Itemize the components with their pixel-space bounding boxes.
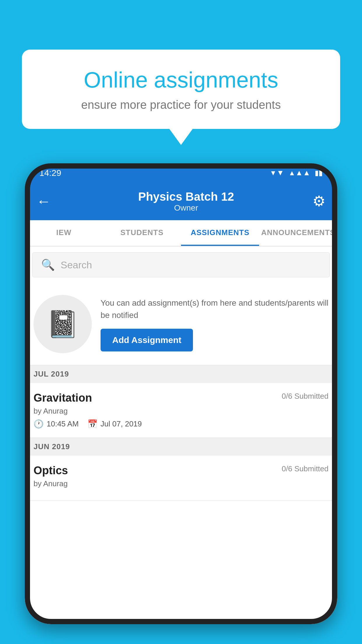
app-bar-title: Physics Batch 12 <box>60 190 312 203</box>
meta-date: 📅 Jul 07, 2019 <box>87 419 142 429</box>
empty-state: 📓 You can add assignment(s) from here an… <box>25 283 337 365</box>
app-bar: ← Physics Batch 12 Owner ⚙ <box>25 182 337 220</box>
signal-icon: ▲▲ <box>289 168 310 177</box>
back-button[interactable]: ← <box>36 193 51 210</box>
status-time: 14:29 <box>39 168 61 178</box>
add-assignment-button[interactable]: Add Assignment <box>101 329 193 351</box>
assignment-item-optics[interactable]: Optics 0/6 Submitted by Anurag <box>25 456 337 501</box>
assignment-by-optics: by Anurag <box>34 479 328 488</box>
assignment-title: Gravitation <box>34 392 92 404</box>
tab-announcements[interactable]: ANNOUNCEMENTS <box>259 220 337 246</box>
assignment-date: Jul 07, 2019 <box>101 419 142 428</box>
assignment-submitted-optics: 0/6 Submitted <box>282 464 328 473</box>
empty-icon-circle: 📓 <box>34 295 92 353</box>
tabs-bar: IEW STUDENTS ASSIGNMENTS ANNOUNCEMENTS <box>25 220 337 246</box>
search-bar[interactable]: 🔍 Search <box>32 252 330 277</box>
assignment-time: 10:45 AM <box>47 419 79 428</box>
speech-bubble-container: Online assignments ensure more practice … <box>22 50 340 145</box>
speech-bubble-subtitle: ensure more practice for your students <box>42 98 320 111</box>
empty-text-block: You can add assignment(s) from here and … <box>101 297 328 351</box>
tab-assignments[interactable]: ASSIGNMENTS <box>181 220 259 246</box>
section-header-jul: JUL 2019 <box>25 365 337 383</box>
content-area: 🔍 Search 📓 You can add assignment(s) fro… <box>25 246 337 624</box>
assignment-header-row: Gravitation 0/6 Submitted <box>34 392 328 404</box>
clock-icon: 🕐 <box>34 419 44 429</box>
speech-bubble-arrow <box>169 129 193 145</box>
assignment-title-optics: Optics <box>34 464 68 477</box>
assignment-meta: 🕐 10:45 AM 📅 Jul 07, 2019 <box>34 419 328 429</box>
assignment-item-gravitation[interactable]: Gravitation 0/6 Submitted by Anurag 🕐 10… <box>25 383 337 438</box>
status-bar: 14:29 ▼ ▲▲ ▮ <box>25 163 337 182</box>
calendar-icon: 📅 <box>87 419 98 429</box>
battery-icon: ▮ <box>315 168 323 177</box>
app-bar-subtitle: Owner <box>60 203 312 213</box>
assignment-header-row-optics: Optics 0/6 Submitted <box>34 464 328 477</box>
tab-students[interactable]: STUDENTS <box>103 220 181 246</box>
notebook-icon: 📓 <box>46 309 79 340</box>
meta-time: 🕐 10:45 AM <box>34 419 79 429</box>
assignment-by: by Anurag <box>34 407 328 416</box>
phone-frame: 14:29 ▼ ▲▲ ▮ ← Physics Batch 12 Owner ⚙ … <box>25 163 337 624</box>
search-placeholder: Search <box>61 259 92 271</box>
settings-icon[interactable]: ⚙ <box>312 193 326 210</box>
empty-description: You can add assignment(s) from here and … <box>101 297 328 321</box>
wifi-icon: ▼ <box>270 168 284 177</box>
phone-container: 14:29 ▼ ▲▲ ▮ ← Physics Batch 12 Owner ⚙ … <box>25 163 337 644</box>
app-bar-title-block: Physics Batch 12 Owner <box>60 190 312 213</box>
search-icon: 🔍 <box>41 258 55 271</box>
status-icons: ▼ ▲▲ ▮ <box>270 168 323 177</box>
section-header-jun: JUN 2019 <box>25 438 337 456</box>
assignment-submitted: 0/6 Submitted <box>282 392 328 401</box>
search-bar-container: 🔍 Search <box>25 246 337 283</box>
speech-bubble: Online assignments ensure more practice … <box>22 50 340 129</box>
speech-bubble-title: Online assignments <box>42 67 320 92</box>
tab-iew[interactable]: IEW <box>25 220 103 246</box>
